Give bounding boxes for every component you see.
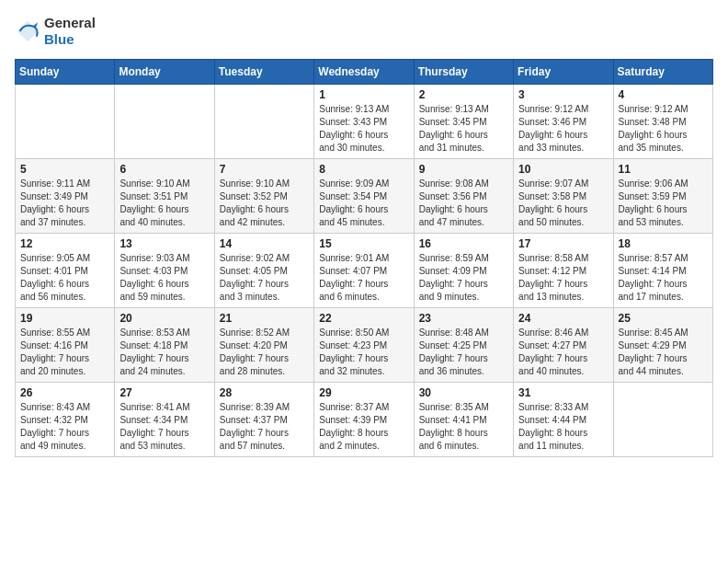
day-info: Sunrise: 8:33 AM Sunset: 4:44 PM Dayligh… bbox=[518, 401, 608, 453]
calendar-cell: 27Sunrise: 8:41 AM Sunset: 4:34 PM Dayli… bbox=[115, 383, 214, 457]
day-info: Sunrise: 9:12 AM Sunset: 3:48 PM Dayligh… bbox=[619, 103, 708, 155]
day-info: Sunrise: 9:01 AM Sunset: 4:07 PM Dayligh… bbox=[319, 252, 408, 304]
day-info: Sunrise: 8:46 AM Sunset: 4:27 PM Dayligh… bbox=[518, 327, 608, 378]
calendar-cell: 2Sunrise: 9:13 AM Sunset: 3:45 PM Daylig… bbox=[414, 85, 513, 159]
calendar-cell bbox=[214, 85, 313, 159]
day-info: Sunrise: 8:57 AM Sunset: 4:14 PM Dayligh… bbox=[619, 252, 708, 304]
calendar-cell: 18Sunrise: 8:57 AM Sunset: 4:14 PM Dayli… bbox=[613, 234, 712, 308]
day-number: 21 bbox=[220, 312, 309, 325]
day-number: 11 bbox=[619, 163, 708, 176]
day-number: 17 bbox=[518, 237, 608, 250]
day-info: Sunrise: 9:13 AM Sunset: 3:43 PM Dayligh… bbox=[319, 103, 408, 155]
calendar-cell: 30Sunrise: 8:35 AM Sunset: 4:41 PM Dayli… bbox=[414, 383, 513, 457]
day-info: Sunrise: 9:03 AM Sunset: 4:03 PM Dayligh… bbox=[119, 252, 209, 304]
calendar-cell: 11Sunrise: 9:06 AM Sunset: 3:59 PM Dayli… bbox=[613, 159, 712, 234]
week-row-3: 12Sunrise: 9:05 AM Sunset: 4:01 PM Dayli… bbox=[16, 234, 713, 308]
calendar-cell: 20Sunrise: 8:53 AM Sunset: 4:18 PM Dayli… bbox=[115, 308, 214, 383]
day-number: 28 bbox=[220, 386, 309, 399]
weekday-header-row: SundayMondayTuesdayWednesdayThursdayFrid… bbox=[16, 60, 713, 85]
calendar-cell: 14Sunrise: 9:02 AM Sunset: 4:05 PM Dayli… bbox=[214, 234, 313, 308]
calendar-cell: 8Sunrise: 9:09 AM Sunset: 3:54 PM Daylig… bbox=[314, 159, 414, 234]
day-number: 14 bbox=[220, 237, 309, 250]
calendar-cell: 21Sunrise: 8:52 AM Sunset: 4:20 PM Dayli… bbox=[214, 308, 313, 383]
day-info: Sunrise: 9:13 AM Sunset: 3:45 PM Dayligh… bbox=[419, 103, 508, 155]
day-number: 8 bbox=[319, 163, 408, 176]
day-number: 7 bbox=[220, 163, 309, 176]
calendar-cell: 6Sunrise: 9:10 AM Sunset: 3:51 PM Daylig… bbox=[115, 159, 214, 234]
day-info: Sunrise: 8:39 AM Sunset: 4:37 PM Dayligh… bbox=[220, 401, 309, 453]
day-info: Sunrise: 9:10 AM Sunset: 3:51 PM Dayligh… bbox=[119, 178, 209, 229]
calendar-cell: 10Sunrise: 9:07 AM Sunset: 3:58 PM Dayli… bbox=[514, 159, 613, 234]
day-number: 22 bbox=[319, 312, 408, 325]
calendar-cell: 19Sunrise: 8:55 AM Sunset: 4:16 PM Dayli… bbox=[16, 308, 115, 383]
calendar-table: SundayMondayTuesdayWednesdayThursdayFrid… bbox=[15, 59, 713, 457]
day-number: 30 bbox=[419, 386, 508, 399]
week-row-1: 1Sunrise: 9:13 AM Sunset: 3:43 PM Daylig… bbox=[16, 85, 713, 159]
day-number: 16 bbox=[419, 237, 508, 250]
calendar-cell: 4Sunrise: 9:12 AM Sunset: 3:48 PM Daylig… bbox=[613, 85, 712, 159]
day-number: 4 bbox=[619, 88, 708, 101]
calendar-cell: 26Sunrise: 8:43 AM Sunset: 4:32 PM Dayli… bbox=[16, 383, 115, 457]
calendar-cell bbox=[16, 85, 115, 159]
weekday-header-wednesday: Wednesday bbox=[314, 60, 414, 85]
weekday-header-sunday: Sunday bbox=[16, 60, 115, 85]
calendar-cell: 12Sunrise: 9:05 AM Sunset: 4:01 PM Dayli… bbox=[16, 234, 115, 308]
day-number: 2 bbox=[419, 88, 508, 101]
day-number: 18 bbox=[619, 237, 708, 250]
day-number: 26 bbox=[20, 386, 109, 399]
day-info: Sunrise: 8:48 AM Sunset: 4:25 PM Dayligh… bbox=[419, 327, 508, 378]
day-info: Sunrise: 8:45 AM Sunset: 4:29 PM Dayligh… bbox=[619, 327, 708, 378]
logo-text: General Blue bbox=[44, 15, 96, 48]
calendar-cell: 23Sunrise: 8:48 AM Sunset: 4:25 PM Dayli… bbox=[414, 308, 513, 383]
weekday-header-friday: Friday bbox=[514, 60, 613, 85]
page-header: General Blue bbox=[15, 15, 713, 48]
calendar-cell: 3Sunrise: 9:12 AM Sunset: 3:46 PM Daylig… bbox=[514, 85, 613, 159]
day-number: 3 bbox=[518, 88, 608, 101]
day-info: Sunrise: 9:02 AM Sunset: 4:05 PM Dayligh… bbox=[220, 252, 309, 304]
day-info: Sunrise: 9:07 AM Sunset: 3:58 PM Dayligh… bbox=[518, 178, 608, 229]
week-row-5: 26Sunrise: 8:43 AM Sunset: 4:32 PM Dayli… bbox=[16, 383, 713, 457]
weekday-header-monday: Monday bbox=[115, 60, 214, 85]
logo: General Blue bbox=[15, 15, 96, 48]
calendar-cell: 22Sunrise: 8:50 AM Sunset: 4:23 PM Dayli… bbox=[314, 308, 414, 383]
calendar-cell: 5Sunrise: 9:11 AM Sunset: 3:49 PM Daylig… bbox=[16, 159, 115, 234]
week-row-4: 19Sunrise: 8:55 AM Sunset: 4:16 PM Dayli… bbox=[16, 308, 713, 383]
day-number: 23 bbox=[419, 312, 508, 325]
day-info: Sunrise: 9:11 AM Sunset: 3:49 PM Dayligh… bbox=[20, 178, 109, 229]
day-number: 20 bbox=[119, 312, 209, 325]
day-number: 15 bbox=[319, 237, 408, 250]
day-info: Sunrise: 8:50 AM Sunset: 4:23 PM Dayligh… bbox=[319, 327, 408, 378]
day-number: 10 bbox=[518, 163, 608, 176]
day-number: 19 bbox=[20, 312, 109, 325]
calendar-cell: 15Sunrise: 9:01 AM Sunset: 4:07 PM Dayli… bbox=[314, 234, 414, 308]
day-info: Sunrise: 8:58 AM Sunset: 4:12 PM Dayligh… bbox=[518, 252, 608, 304]
calendar-cell: 13Sunrise: 9:03 AM Sunset: 4:03 PM Dayli… bbox=[115, 234, 214, 308]
weekday-header-tuesday: Tuesday bbox=[214, 60, 313, 85]
calendar-cell: 7Sunrise: 9:10 AM Sunset: 3:52 PM Daylig… bbox=[214, 159, 313, 234]
calendar-cell: 16Sunrise: 8:59 AM Sunset: 4:09 PM Dayli… bbox=[414, 234, 513, 308]
day-number: 13 bbox=[119, 237, 209, 250]
day-info: Sunrise: 9:09 AM Sunset: 3:54 PM Dayligh… bbox=[319, 178, 408, 229]
day-info: Sunrise: 9:08 AM Sunset: 3:56 PM Dayligh… bbox=[419, 178, 508, 229]
calendar-cell: 28Sunrise: 8:39 AM Sunset: 4:37 PM Dayli… bbox=[214, 383, 313, 457]
day-info: Sunrise: 9:10 AM Sunset: 3:52 PM Dayligh… bbox=[220, 178, 309, 229]
calendar-cell: 25Sunrise: 8:45 AM Sunset: 4:29 PM Dayli… bbox=[613, 308, 712, 383]
day-info: Sunrise: 8:52 AM Sunset: 4:20 PM Dayligh… bbox=[220, 327, 309, 378]
day-info: Sunrise: 9:05 AM Sunset: 4:01 PM Dayligh… bbox=[20, 252, 109, 304]
day-number: 29 bbox=[319, 386, 408, 399]
weekday-header-thursday: Thursday bbox=[414, 60, 513, 85]
calendar-cell: 17Sunrise: 8:58 AM Sunset: 4:12 PM Dayli… bbox=[514, 234, 613, 308]
day-info: Sunrise: 8:35 AM Sunset: 4:41 PM Dayligh… bbox=[419, 401, 508, 453]
weekday-header-saturday: Saturday bbox=[613, 60, 712, 85]
day-info: Sunrise: 8:59 AM Sunset: 4:09 PM Dayligh… bbox=[419, 252, 508, 304]
calendar-cell bbox=[613, 383, 712, 457]
day-number: 1 bbox=[319, 88, 408, 101]
day-number: 24 bbox=[518, 312, 608, 325]
day-info: Sunrise: 8:53 AM Sunset: 4:18 PM Dayligh… bbox=[119, 327, 209, 378]
day-info: Sunrise: 8:43 AM Sunset: 4:32 PM Dayligh… bbox=[20, 401, 109, 453]
calendar-cell: 24Sunrise: 8:46 AM Sunset: 4:27 PM Dayli… bbox=[514, 308, 613, 383]
day-info: Sunrise: 8:55 AM Sunset: 4:16 PM Dayligh… bbox=[20, 327, 109, 378]
day-info: Sunrise: 8:37 AM Sunset: 4:39 PM Dayligh… bbox=[319, 401, 408, 453]
calendar-cell bbox=[115, 85, 214, 159]
day-number: 27 bbox=[119, 386, 209, 399]
